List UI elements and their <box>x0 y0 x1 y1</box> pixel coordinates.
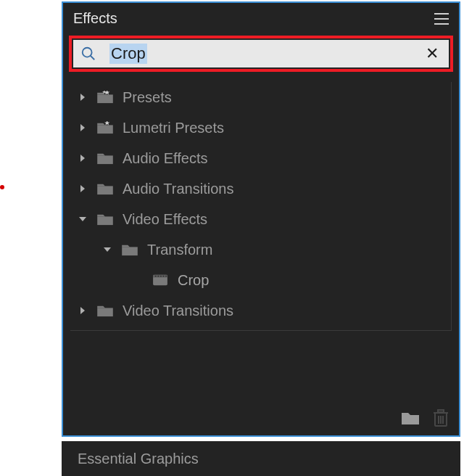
new-bin-button[interactable] <box>401 411 420 425</box>
delete-button <box>433 409 449 427</box>
tree-item-audio-effects[interactable]: Audio Effects <box>70 143 451 173</box>
tree-item-lumetri-presets[interactable]: Lumetri Presets <box>70 112 451 143</box>
tree-item-label: Audio Effects <box>123 150 207 167</box>
folder-icon <box>96 213 114 226</box>
search-input-text[interactable]: Crop <box>109 44 423 64</box>
svg-point-6 <box>160 276 162 277</box>
tree-item-transform[interactable]: Transform <box>70 234 451 265</box>
svg-point-5 <box>157 276 159 277</box>
chevron-right-icon[interactable] <box>78 306 88 315</box>
essential-graphics-title: Essential Graphics <box>78 451 199 467</box>
clear-search-button[interactable]: ✕ <box>423 46 442 62</box>
svg-point-8 <box>165 276 167 277</box>
panel-menu-icon[interactable] <box>434 13 449 25</box>
folder-icon <box>121 243 138 256</box>
chevron-right-icon[interactable] <box>78 154 88 163</box>
annotation-red-dot <box>0 185 4 189</box>
effect-icon <box>152 274 169 287</box>
effects-panel-header: Effects <box>63 3 459 36</box>
effects-panel-footer <box>401 409 449 427</box>
chevron-right-icon[interactable] <box>78 93 88 102</box>
tree-item-presets[interactable]: Presets <box>70 82 451 112</box>
svg-line-1 <box>91 56 95 60</box>
chevron-down-icon[interactable] <box>102 246 112 253</box>
svg-point-0 <box>83 48 92 57</box>
chevron-down-icon[interactable] <box>78 216 88 223</box>
effects-panel-title: Effects <box>73 10 117 27</box>
folder-icon <box>96 304 114 317</box>
effects-panel: Effects Crop ✕ <box>62 1 460 437</box>
effects-tree: Presets Lumetri Presets <box>70 82 452 331</box>
chevron-right-icon[interactable] <box>78 123 88 132</box>
essential-graphics-panel-header[interactable]: Essential Graphics <box>62 441 460 476</box>
chevron-right-icon[interactable] <box>78 184 88 193</box>
tree-item-crop[interactable]: Crop <box>70 265 451 295</box>
search-icon <box>80 46 96 62</box>
folder-icon <box>96 152 114 165</box>
tree-item-label: Video Effects <box>123 211 207 228</box>
folder-icon <box>96 182 114 195</box>
tree-item-label: Transform <box>147 242 212 258</box>
tree-item-video-transitions[interactable]: Video Transitions <box>70 295 451 326</box>
effects-search-field[interactable]: Crop ✕ <box>73 40 449 67</box>
tree-item-label: Presets <box>123 89 172 106</box>
preset-bin-icon <box>96 91 114 104</box>
search-highlight-annotation: Crop ✕ <box>69 36 453 72</box>
search-value: Crop <box>109 44 147 64</box>
svg-point-4 <box>155 276 157 277</box>
svg-point-7 <box>163 276 165 277</box>
tree-item-audio-transitions[interactable]: Audio Transitions <box>70 173 451 204</box>
tree-item-label: Audio Transitions <box>123 181 233 197</box>
tree-item-label: Lumetri Presets <box>123 120 224 136</box>
svg-rect-10 <box>438 410 444 412</box>
tree-item-label: Crop <box>178 272 209 289</box>
preset-bin-icon <box>96 121 114 134</box>
tree-item-label: Video Transitions <box>123 303 233 319</box>
tree-item-video-effects[interactable]: Video Effects <box>70 204 451 234</box>
